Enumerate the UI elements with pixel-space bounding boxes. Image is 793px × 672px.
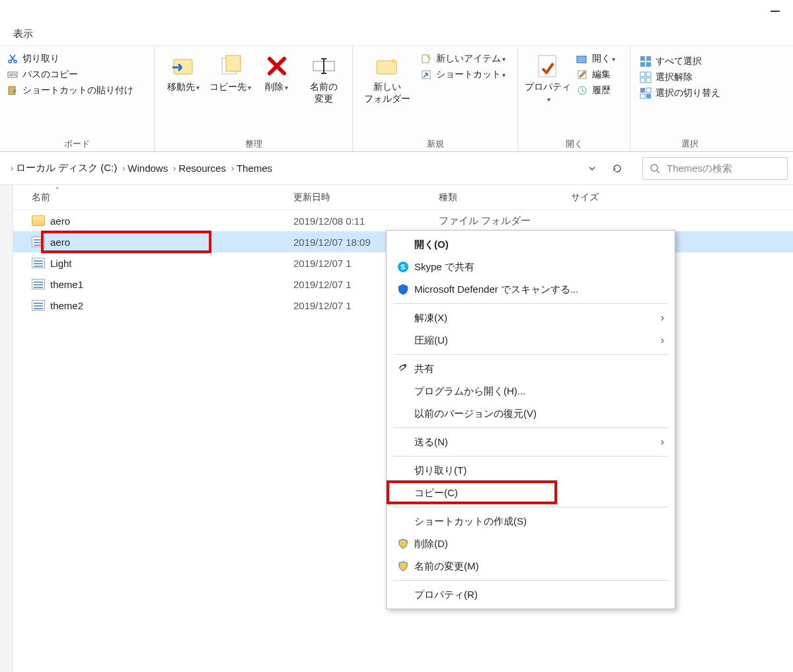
open-button[interactable]: 開く	[576, 53, 615, 65]
breadcrumb-dropdown-button[interactable]	[583, 159, 601, 178]
svg-line-32	[657, 170, 660, 173]
file-name-label: theme1	[50, 279, 83, 290]
paste-shortcut-label: ショートカットの貼り付け	[22, 85, 133, 96]
ctx-cut[interactable]: 切り取り(T)	[387, 459, 675, 482]
chevron-right-icon: ›	[661, 312, 664, 324]
svg-point-0	[9, 60, 11, 63]
svg-text:abc: abc	[9, 72, 17, 77]
svg-rect-26	[646, 78, 651, 83]
ribbon-group-label: ボード	[5, 135, 149, 150]
ribbon: 切り取り abc パスのコピー ショートカットの貼り付け ボード	[0, 46, 793, 152]
svg-rect-19	[640, 56, 645, 61]
breadcrumb-segment[interactable]: Themes	[237, 163, 272, 174]
ctx-open[interactable]: 開く(O)	[387, 233, 675, 256]
search-input[interactable]	[665, 162, 793, 174]
minimize-button[interactable]	[771, 11, 780, 12]
move-to-label: 移動先	[167, 81, 200, 93]
open-label: 開く	[592, 53, 615, 65]
copy-path-icon: abc	[7, 69, 19, 81]
file-name-label: aero	[50, 215, 70, 227]
ctx-share[interactable]: 共有	[387, 357, 675, 380]
theme-file-icon	[32, 279, 45, 289]
menu-view[interactable]: 表示	[13, 28, 33, 40]
ctx-label: プログラムから開く(H)...	[412, 385, 664, 398]
column-header-date[interactable]: 更新日時	[293, 192, 439, 204]
select-all-button[interactable]: すべて選択	[640, 56, 720, 67]
ctx-label: 圧縮(U)	[412, 334, 661, 347]
move-to-button[interactable]: 移動先	[160, 50, 207, 135]
search-box[interactable]	[642, 157, 788, 180]
ribbon-group-label: 新規	[358, 135, 512, 150]
ctx-prev-versions[interactable]: 以前のバージョンの復元(V)	[387, 402, 675, 425]
copy-to-button[interactable]: コピー先	[207, 50, 254, 135]
open-icon	[576, 53, 588, 65]
invert-selection-label: 選択の切り替え	[656, 87, 720, 99]
svg-point-31	[651, 165, 658, 171]
new-shortcut-label: ショートカット	[436, 69, 506, 81]
ctx-label: 解凍(X)	[412, 312, 661, 324]
file-name-label: Light	[50, 258, 72, 269]
ctx-compress[interactable]: 圧縮(U) ›	[387, 329, 675, 352]
properties-button[interactable]: プロパティ	[523, 50, 572, 135]
chevron-right-icon: ›	[231, 164, 234, 173]
context-menu: 開く(O) S Skype で共有 Microsoft Defender でスキ…	[386, 230, 675, 609]
ctx-open-with[interactable]: プログラムから開く(H)...	[387, 380, 675, 402]
ctx-label: 共有	[412, 363, 664, 375]
new-shortcut-button[interactable]: ショートカット	[420, 69, 506, 81]
select-none-button[interactable]: 選択解除	[640, 71, 720, 83]
new-item-icon	[420, 53, 432, 65]
rename-icon	[311, 53, 337, 79]
edit-label: 編集	[592, 69, 611, 81]
svg-rect-7	[226, 56, 241, 71]
ctx-defender-scan[interactable]: Microsoft Defender でスキャンする...	[387, 278, 675, 301]
theme-file-icon	[32, 237, 45, 247]
history-button[interactable]: 履歴	[576, 85, 615, 96]
breadcrumb-segment[interactable]: Windows	[128, 163, 168, 174]
ctx-properties[interactable]: プロパティ(R)	[387, 583, 675, 606]
ctx-rename[interactable]: 名前の変更(M)	[387, 555, 675, 578]
rename-button[interactable]: 名前の 変更	[300, 50, 347, 135]
refresh-button[interactable]	[608, 159, 626, 178]
ctx-separator	[393, 428, 668, 428]
invert-selection-button[interactable]: 選択の切り替え	[640, 87, 720, 99]
svg-rect-4	[9, 87, 15, 94]
breadcrumb[interactable]: › ローカル ディスク (C:)› Windows› Resources› Th…	[5, 157, 583, 180]
properties-label: プロパティ	[525, 81, 571, 104]
breadcrumb-segment[interactable]: Resources	[178, 163, 226, 174]
svg-rect-28	[646, 88, 651, 93]
cut-button[interactable]: 切り取り	[7, 53, 133, 65]
new-item-button[interactable]: 新しいアイテム	[420, 53, 506, 65]
history-icon	[576, 85, 588, 96]
column-header-size[interactable]: サイズ	[571, 192, 650, 204]
breadcrumb-segment[interactable]: ローカル ディスク (C:)	[16, 162, 117, 174]
new-item-label: 新しいアイテム	[436, 53, 506, 65]
paste-shortcut-button[interactable]: ショートカットの貼り付け	[7, 85, 133, 96]
ribbon-group-clipboard: 切り取り abc パスのコピー ショートカットの貼り付け ボード	[0, 46, 155, 151]
ctx-create-shortcut[interactable]: ショートカットの作成(S)	[387, 510, 675, 533]
ctx-skype-share[interactable]: S Skype で共有	[387, 256, 675, 278]
ctx-send-to[interactable]: 送る(N) ›	[387, 431, 675, 453]
ribbon-group-label: 整理	[160, 135, 347, 150]
ctx-extract[interactable]: 解凍(X) ›	[387, 307, 675, 329]
column-header-name[interactable]: 名前 ˄	[32, 192, 293, 204]
ctx-copy[interactable]: コピー(C)	[387, 482, 675, 504]
file-name-label: aero	[50, 237, 70, 248]
chevron-right-icon: ›	[11, 164, 13, 173]
table-row[interactable]: aero2019/12/08 0:11ファイル フォルダー	[13, 210, 793, 231]
delete-button[interactable]: 削除	[254, 50, 301, 135]
column-header-type[interactable]: 種類	[439, 192, 571, 204]
copy-path-label: パスのコピー	[22, 69, 78, 81]
new-folder-icon	[374, 53, 400, 79]
ctx-separator	[393, 354, 668, 355]
ctx-delete[interactable]: 削除(D)	[387, 533, 675, 555]
paste-shortcut-icon	[7, 85, 19, 96]
ctx-label: 名前の変更(M)	[412, 560, 664, 573]
copy-path-button[interactable]: abc パスのコピー	[7, 69, 133, 81]
file-area: 名前 ˄ 更新日時 種類 サイズ aero2019/12/08 0:11ファイル…	[0, 185, 793, 672]
edit-button[interactable]: 編集	[576, 69, 615, 81]
file-name-cell: theme2	[32, 300, 293, 311]
file-name-cell: Light	[32, 258, 293, 269]
new-folder-button[interactable]: 新しい フォルダー	[358, 50, 416, 135]
shield-icon	[395, 539, 412, 549]
chevron-right-icon: ›	[661, 334, 664, 346]
